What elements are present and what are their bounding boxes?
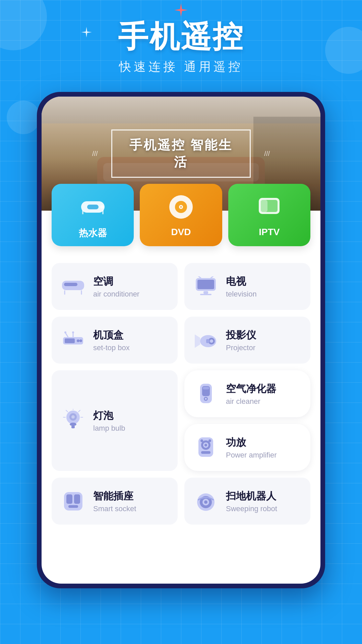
sweeping-robot-icon-wrap bbox=[192, 488, 219, 515]
device-card-television[interactable]: 电视 television bbox=[184, 263, 310, 310]
smart-socket-icon bbox=[62, 490, 84, 512]
slash-left-icon: /// bbox=[92, 150, 98, 157]
svg-rect-60 bbox=[68, 505, 78, 508]
set-top-box-name-zh: 机顶盒 bbox=[93, 328, 130, 342]
svg-rect-37 bbox=[71, 426, 75, 428]
app-subtitle: 快速连接 通用遥控 bbox=[0, 59, 362, 75]
banner-text-box: /// 手机遥控 智能生活 /// bbox=[111, 129, 251, 178]
slash-right-icon: /// bbox=[264, 150, 270, 157]
svg-rect-59 bbox=[74, 494, 80, 504]
device-card-power-amplifier[interactable]: 功放 Power amplifier bbox=[184, 424, 310, 471]
device-card-lamp-bulb[interactable]: 灯泡 lamp bulb bbox=[52, 370, 178, 471]
air-conditioner-icon bbox=[61, 278, 85, 295]
dvd-icon bbox=[166, 192, 196, 222]
smart-socket-name-en: Smart socket bbox=[93, 504, 136, 513]
svg-line-26 bbox=[65, 333, 68, 337]
svg-rect-34 bbox=[206, 339, 209, 343]
svg-rect-54 bbox=[201, 451, 210, 454]
device-col-right: 空气净化器 air cleaner bbox=[184, 370, 310, 471]
set-top-box-icon-wrap bbox=[60, 327, 86, 354]
sparkle-red-icon bbox=[174, 3, 188, 17]
device-info-set-top-box: 机顶盒 set-top box bbox=[93, 328, 130, 352]
svg-point-25 bbox=[79, 339, 82, 342]
svg-line-21 bbox=[211, 276, 214, 278]
device-info-air-cleaner: 空气净化器 air cleaner bbox=[226, 382, 276, 406]
svg-point-64 bbox=[204, 500, 207, 504]
sweeping-robot-icon bbox=[195, 490, 217, 512]
television-icon-wrap bbox=[192, 273, 219, 300]
device-card-air-conditioner[interactable]: 空调 air conditioner bbox=[52, 263, 178, 310]
air-cleaner-icon bbox=[197, 382, 215, 406]
device-info-smart-socket: 智能插座 Smart socket bbox=[93, 489, 136, 513]
lamp-bulb-icon-wrap bbox=[60, 407, 86, 434]
sweeping-robot-name-zh: 扫地机器人 bbox=[226, 489, 277, 503]
television-name-zh: 电视 bbox=[226, 275, 257, 288]
device-info-projector: 投影仪 Projector bbox=[226, 328, 256, 352]
app-title: 手机遥控 bbox=[118, 20, 244, 53]
svg-rect-11 bbox=[261, 200, 267, 212]
svg-line-20 bbox=[197, 276, 201, 278]
svg-marker-33 bbox=[195, 334, 200, 348]
projector-icon-wrap bbox=[192, 327, 219, 354]
set-top-box-name-en: set-top box bbox=[93, 343, 130, 352]
device-info-power-amplifier: 功放 Power amplifier bbox=[226, 436, 277, 460]
svg-rect-23 bbox=[65, 338, 75, 343]
iptv-icon bbox=[254, 192, 284, 222]
svg-rect-19 bbox=[200, 294, 212, 295]
device-list-area: 空调 air conditioner bbox=[42, 253, 320, 531]
svg-rect-47 bbox=[203, 387, 209, 389]
svg-point-44 bbox=[71, 415, 75, 419]
device-info-sweeping-robot: 扫地机器人 Sweeping robot bbox=[226, 489, 277, 513]
smart-socket-name-zh: 智能插座 bbox=[93, 489, 136, 503]
device-card-set-top-box[interactable]: 机顶盒 set-top box bbox=[52, 317, 178, 364]
power-amplifier-icon bbox=[196, 436, 216, 459]
svg-point-49 bbox=[205, 398, 207, 400]
sparkle-white-left-icon bbox=[81, 27, 92, 38]
projector-icon bbox=[194, 331, 218, 350]
banner-text: 手机遥控 智能生活 bbox=[129, 138, 233, 169]
device-grid: 空调 air conditioner bbox=[52, 263, 310, 525]
svg-rect-58 bbox=[66, 494, 72, 504]
svg-point-53 bbox=[204, 444, 207, 446]
power-amplifier-name-en: Power amplifier bbox=[226, 451, 277, 460]
television-name-en: television bbox=[226, 290, 257, 299]
device-info-lamp-bulb: 灯泡 lamp bulb bbox=[93, 409, 125, 433]
air-conditioner-icon-wrap bbox=[60, 273, 86, 300]
featured-row: 热水器 DVD IPTV bbox=[42, 184, 320, 246]
projector-name-zh: 投影仪 bbox=[226, 328, 256, 342]
banner-text-container: /// 手机遥控 智能生活 /// bbox=[111, 129, 251, 178]
featured-iptv[interactable]: IPTV bbox=[228, 184, 310, 246]
air-cleaner-name-zh: 空气净化器 bbox=[226, 382, 276, 396]
television-icon bbox=[194, 276, 218, 297]
device-card-sweeping-robot[interactable]: 扫地机器人 Sweeping robot bbox=[184, 478, 310, 525]
svg-rect-18 bbox=[203, 291, 208, 294]
water-heater-icon bbox=[78, 192, 108, 222]
power-amplifier-icon-wrap bbox=[192, 434, 219, 461]
header: 手机遥控 快速连接 通用遥控 bbox=[0, 0, 362, 75]
svg-point-55 bbox=[200, 439, 203, 442]
svg-point-29 bbox=[72, 331, 74, 333]
iptv-label: IPTV bbox=[234, 227, 305, 237]
svg-point-32 bbox=[210, 339, 213, 343]
featured-dvd[interactable]: DVD bbox=[140, 184, 222, 246]
svg-rect-13 bbox=[64, 283, 77, 286]
air-cleaner-name-en: air cleaner bbox=[226, 397, 276, 406]
phone-screen: /// 手机遥控 智能生活 /// 热水器 bbox=[42, 97, 320, 584]
smart-socket-icon-wrap bbox=[60, 488, 86, 515]
svg-line-42 bbox=[66, 410, 68, 412]
phone-mockup: /// 手机遥控 智能生活 /// 热水器 bbox=[37, 92, 325, 588]
air-cleaner-icon-wrap bbox=[192, 380, 219, 407]
bg-circle-3 bbox=[7, 101, 40, 134]
device-card-air-cleaner[interactable]: 空气净化器 air cleaner bbox=[184, 370, 310, 417]
set-top-box-icon bbox=[61, 331, 85, 350]
svg-point-56 bbox=[208, 439, 211, 442]
device-info-television: 电视 television bbox=[226, 275, 257, 299]
featured-water-heater[interactable]: 热水器 bbox=[52, 184, 134, 246]
device-info-air-conditioner: 空调 air conditioner bbox=[93, 275, 139, 299]
lamp-bulb-name-en: lamp bulb bbox=[93, 424, 125, 433]
svg-point-28 bbox=[64, 331, 66, 333]
device-card-smart-socket[interactable]: 智能插座 Smart socket bbox=[52, 478, 178, 525]
svg-rect-1 bbox=[87, 205, 99, 209]
device-card-projector[interactable]: 投影仪 Projector bbox=[184, 317, 310, 364]
projector-name-en: Projector bbox=[226, 343, 256, 352]
